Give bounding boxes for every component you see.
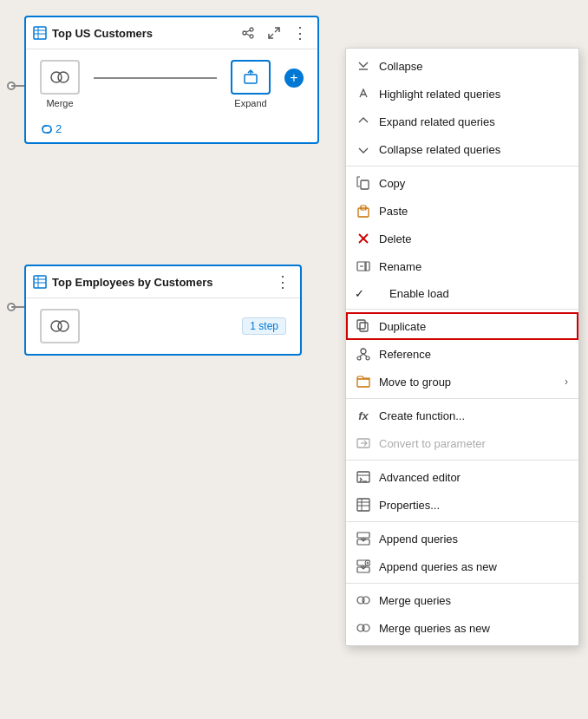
create-function-label: Create function... bbox=[379, 409, 568, 422]
plus-btn-1[interactable]: + bbox=[284, 69, 304, 88]
copy-icon bbox=[355, 174, 372, 192]
card-body-1: Merge Expand + bbox=[26, 49, 317, 119]
query-card-top-employees: Top Employees by Customers ⋮ 1 step bbox=[24, 265, 302, 356]
svg-point-34 bbox=[366, 356, 369, 360]
rename-icon bbox=[355, 258, 372, 275]
menu-item-expand-related[interactable]: Expand related queries bbox=[346, 108, 578, 135]
svg-rect-31 bbox=[357, 320, 365, 329]
collapse-label: Collapse bbox=[379, 60, 568, 73]
merge-node-2[interactable] bbox=[40, 309, 80, 343]
expand-node[interactable] bbox=[231, 60, 271, 95]
card-title-2: Top Employees by Customers bbox=[52, 276, 267, 289]
table-icon-1 bbox=[33, 26, 47, 40]
move-group-icon bbox=[355, 373, 372, 390]
convert-param-label: Convert to parameter bbox=[379, 437, 568, 450]
svg-point-6 bbox=[250, 35, 253, 38]
merge-node[interactable] bbox=[40, 60, 80, 95]
menu-item-properties[interactable]: Properties... bbox=[346, 491, 578, 519]
append-queries-label: Append queries bbox=[379, 533, 568, 546]
menu-item-collapse[interactable]: Collapse bbox=[346, 52, 578, 80]
advanced-editor-icon bbox=[355, 468, 372, 486]
delete-icon bbox=[355, 230, 372, 247]
expand-icon-1[interactable] bbox=[264, 23, 284, 43]
svg-point-57 bbox=[363, 597, 369, 604]
menu-item-paste[interactable]: Paste bbox=[346, 197, 578, 225]
menu-item-collapse-related[interactable]: Collapse related queries bbox=[346, 135, 578, 163]
divider-4 bbox=[346, 460, 578, 461]
svg-line-35 bbox=[360, 354, 363, 356]
expand-label: Expand bbox=[234, 98, 266, 108]
properties-label: Properties... bbox=[379, 499, 568, 512]
collapse-icon bbox=[355, 57, 372, 75]
enable-load-checkmark: ✓ bbox=[355, 287, 372, 300]
svg-rect-37 bbox=[357, 379, 369, 387]
table-icon-2 bbox=[33, 275, 47, 289]
menu-item-copy[interactable]: Copy bbox=[346, 169, 578, 197]
svg-point-33 bbox=[357, 356, 361, 360]
svg-rect-15 bbox=[34, 276, 46, 288]
menu-item-move-to-group[interactable]: Move to group › bbox=[346, 368, 578, 395]
svg-rect-0 bbox=[34, 27, 46, 39]
menu-item-highlight[interactable]: Highlight related queries bbox=[346, 80, 578, 108]
network-icon-1[interactable] bbox=[238, 23, 258, 43]
merge-queries-icon bbox=[355, 592, 372, 609]
duplicate-icon bbox=[355, 317, 372, 335]
svg-rect-51 bbox=[357, 567, 369, 572]
convert-icon bbox=[355, 435, 372, 452]
append-queries-new-icon bbox=[355, 558, 372, 575]
svg-line-8 bbox=[246, 34, 250, 36]
svg-point-5 bbox=[250, 28, 253, 31]
fx-icon: fx bbox=[355, 407, 372, 424]
menu-item-append-queries-new[interactable]: Append queries as new bbox=[346, 552, 578, 580]
menu-item-create-function[interactable]: fx Create function... bbox=[346, 402, 578, 429]
collapse-related-icon bbox=[355, 141, 372, 158]
merge-queries-new-icon bbox=[355, 619, 372, 637]
menu-item-convert-param: Convert to parameter bbox=[346, 429, 578, 457]
divider-5 bbox=[346, 521, 578, 522]
enable-load-label: Enable load bbox=[389, 287, 568, 300]
advanced-editor-label: Advanced editor bbox=[379, 471, 568, 484]
menu-item-advanced-editor[interactable]: Advanced editor bbox=[346, 463, 578, 491]
svg-rect-13 bbox=[245, 75, 257, 83]
paste-icon bbox=[355, 202, 372, 219]
properties-icon bbox=[355, 496, 372, 513]
highlight-icon bbox=[355, 85, 372, 102]
svg-rect-40 bbox=[357, 472, 369, 482]
step-badge: 1 step bbox=[242, 317, 286, 335]
divider-2 bbox=[346, 309, 578, 310]
link-icon: 2 bbox=[40, 122, 62, 135]
highlight-label: Highlight related queries bbox=[379, 88, 568, 101]
svg-rect-22 bbox=[361, 180, 369, 189]
merge-queries-new-label: Merge queries as new bbox=[379, 622, 568, 635]
append-queries-icon bbox=[355, 530, 372, 547]
menu-item-reference[interactable]: Reference bbox=[346, 340, 578, 368]
rename-label: Rename bbox=[379, 260, 568, 273]
card-header-1: Top US Customers bbox=[26, 17, 317, 49]
more-options-btn-2[interactable]: ⋮ bbox=[272, 271, 293, 292]
menu-item-merge-queries[interactable]: Merge queries bbox=[346, 586, 578, 614]
more-options-btn-1[interactable]: ⋮ bbox=[290, 23, 310, 43]
card-header-2: Top Employees by Customers ⋮ bbox=[26, 266, 300, 298]
svg-line-7 bbox=[246, 30, 250, 32]
move-to-group-label: Move to group bbox=[379, 376, 558, 389]
svg-point-4 bbox=[243, 31, 246, 35]
svg-point-32 bbox=[361, 349, 366, 354]
expand-related-label: Expand related queries bbox=[379, 115, 568, 128]
svg-point-12 bbox=[58, 72, 69, 82]
menu-item-duplicate[interactable]: Duplicate bbox=[346, 312, 578, 340]
link-count: 2 bbox=[56, 122, 62, 135]
svg-line-36 bbox=[363, 354, 367, 356]
paste-label: Paste bbox=[379, 205, 568, 218]
menu-item-merge-queries-new[interactable]: Merge queries as new bbox=[346, 614, 578, 642]
expand-related-icon bbox=[355, 113, 372, 130]
duplicate-label: Duplicate bbox=[379, 320, 568, 333]
reference-icon bbox=[355, 345, 372, 363]
divider-1 bbox=[346, 166, 578, 167]
menu-item-enable-load[interactable]: ✓ Enable load bbox=[346, 280, 578, 306]
menu-item-rename[interactable]: Rename bbox=[346, 252, 578, 280]
menu-item-append-queries[interactable]: Append queries bbox=[346, 525, 578, 552]
svg-rect-30 bbox=[360, 323, 368, 331]
collapse-related-label: Collapse related queries bbox=[379, 143, 568, 156]
merge-queries-label: Merge queries bbox=[379, 594, 568, 607]
menu-item-delete[interactable]: Delete bbox=[346, 225, 578, 252]
